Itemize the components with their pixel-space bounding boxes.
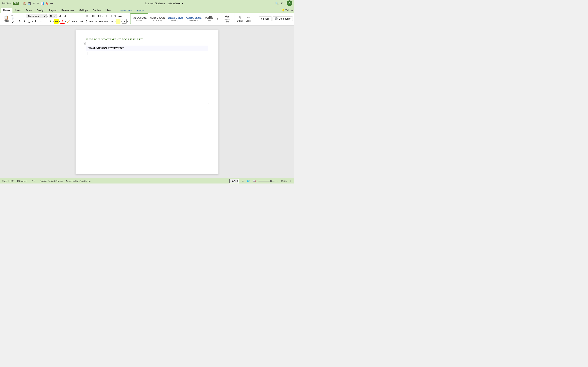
change-case-button[interactable]: Aa [71,19,76,24]
table-move-handle[interactable]: ⊕ [83,42,86,45]
underline-button[interactable]: U [27,19,32,24]
justify-button[interactable]: ▬≡ [104,19,108,24]
table-resize-handle[interactable] [208,104,209,105]
focus-button[interactable]: Focus [229,179,239,183]
cut-button[interactable]: ✂ [11,14,15,17]
shading-dropdown[interactable]: ▾ [121,21,122,22]
reader-view-icon[interactable]: 📖 [252,179,257,183]
style-title[interactable]: AaBb Title [203,13,215,24]
font-name-selector[interactable]: Times New... [26,14,47,18]
tab-layout-table[interactable]: Layout [135,8,146,13]
share-button[interactable]: ↑ Share [259,16,272,21]
bold-button[interactable]: B [17,19,22,24]
bookmark-icon[interactable]: 🔖 [45,2,49,5]
dictate-button[interactable]: 🎙 Dictate [236,14,244,24]
style-heading2[interactable]: AaBbCcDdE Heading 2 [185,13,203,24]
align-left-button[interactable]: ⬅≡ [89,19,94,24]
avatar[interactable]: G [287,0,292,6]
save-icon[interactable]: 💾 [27,2,31,5]
increase-indent-button[interactable]: →≡ [108,14,112,18]
text-effects-dropdown[interactable]: ▾ [53,21,54,22]
web-layout-icon[interactable]: 🌐 [246,179,251,183]
spelling-check-icon[interactable]: ✓ spelling check✓ [30,179,36,183]
zoom-level[interactable]: 156% [281,180,287,182]
pilcrow-button[interactable]: ¶ [84,19,89,24]
zoom-slider[interactable] [258,181,275,182]
title-dropdown-icon[interactable]: ▾ [182,2,183,5]
word-count[interactable]: 100 words [17,180,27,182]
font-color-dropdown[interactable]: ▾ [65,21,66,22]
style-no-spacing[interactable]: AaBbCcDdE No Spacing [149,13,166,24]
subscript-button[interactable]: X₂ [38,19,43,24]
undo-icon[interactable]: ↩ [32,2,35,5]
bullets-dropdown[interactable]: ▾ [90,15,90,17]
font-size-selector[interactable]: 12 [49,14,57,18]
align-right-button[interactable]: ➡≡ [99,19,103,24]
zoom-in-button[interactable]: + [289,179,292,183]
present-icon[interactable]: 📊 [41,2,44,5]
print-layout-icon[interactable]: ▭ [241,179,244,183]
tab-draw[interactable]: Draw [24,8,34,13]
decrease-font-button[interactable]: A↓ [64,14,68,18]
align-center-button[interactable]: ≡ [94,19,98,24]
collapse-outline-button[interactable]: ◀▶ [118,14,122,18]
tab-layout[interactable]: Layout [47,8,59,13]
multilevel-button[interactable]: ⊞≡ [97,14,102,18]
more-icon[interactable]: ••• [50,2,53,5]
redo-icon[interactable]: ↪ [36,2,40,5]
editor-button[interactable]: ✏ Editor [245,14,252,24]
tell-me-label[interactable]: Tell me [285,9,293,12]
clear-format-button[interactable]: 🧹 [66,19,71,24]
underline-dropdown[interactable]: ▾ [32,21,33,22]
comments-button[interactable]: 💬 Comments [273,16,293,21]
tab-review[interactable]: Review [90,8,103,13]
tab-design[interactable]: Design [34,8,47,13]
zoom-slider-thumb[interactable] [270,180,272,182]
style-normal[interactable]: AaBbCcDdE Normal [130,13,148,24]
tab-view[interactable]: View [103,8,113,13]
superscript-button[interactable]: X² [43,19,48,24]
copy-button[interactable]: 📄 [11,17,15,20]
table-body-cell[interactable] [86,51,208,104]
accessibility[interactable]: Accessibility: Good to go [66,180,90,182]
justify-dropdown[interactable]: ▾ [109,21,109,22]
tab-home[interactable]: Home [1,8,12,13]
title-bar-left: AutoSave OFF 🏠 💾 ↩ ↪ 📊 🔖 ••• [2,2,53,5]
decrease-indent-button[interactable]: ←≡ [103,14,108,18]
shading-button[interactable]: ▬ [116,19,121,24]
line-spacing-dropdown[interactable]: ▾ [115,21,116,22]
format-painter-button[interactable]: 🖌 [11,21,15,24]
strikethrough-button[interactable]: S [33,19,38,24]
language[interactable]: English (United States) [40,180,63,182]
doc-table[interactable]: FINAL MISSON STATEMENT [86,45,208,104]
line-spacing-button[interactable]: ↕≡ [110,19,114,24]
styles-pane-button[interactable]: Aa Styles Pane [221,13,233,24]
italic-button[interactable]: I [22,19,27,24]
borders-button[interactable]: ⊞ [122,19,127,24]
show-formatting-button[interactable]: ¶ [113,14,117,18]
increase-font-button[interactable]: A↑ [59,14,63,18]
text-effects-button[interactable]: A [48,19,52,24]
tab-mailings[interactable]: Mailings [76,8,90,13]
tab-references[interactable]: References [59,8,76,13]
change-case-dropdown[interactable]: ▾ [76,21,77,22]
highlight-dropdown[interactable]: ▾ [59,21,60,22]
paste-button[interactable]: 📋 Paste [2,14,10,24]
highlight-button[interactable]: ab [54,19,59,24]
numbering-dropdown[interactable]: ▾ [96,15,96,17]
tab-insert[interactable]: Insert [12,8,24,13]
settings-icon[interactable]: ⚙ [281,2,284,5]
styles-more-button[interactable]: ▾ [215,13,220,24]
home-icon[interactable]: 🏠 [23,2,26,5]
font-color-button[interactable]: A [60,19,65,24]
autosave-toggle[interactable]: OFF [13,2,19,5]
tab-table-design[interactable]: Table Design [117,8,135,13]
multilevel-dropdown[interactable]: ▾ [102,15,103,17]
bullets-button[interactable]: ≡ [85,14,89,18]
borders-dropdown[interactable]: ▾ [127,21,128,22]
style-heading1[interactable]: AaBbCcDc Heading 1 [167,13,184,24]
search-icon[interactable]: 🔍 [275,2,278,5]
numbering-button[interactable]: 1≡ [91,14,95,18]
sort-button[interactable]: ↕A [79,19,84,24]
zoom-out-button[interactable]: - [276,179,279,183]
